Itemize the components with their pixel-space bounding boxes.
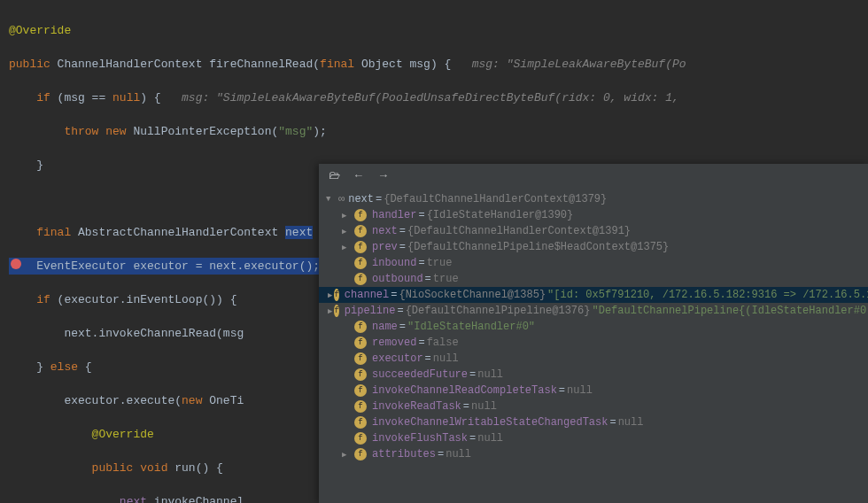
breakpoint-icon[interactable] [11, 259, 21, 269]
field-name: name [372, 321, 398, 333]
field-icon: f [354, 368, 367, 381]
tree-row-handler[interactable]: ▶fhandler = {IdleStateHandler@1390} [319, 207, 868, 223]
variable-tree[interactable]: ▼ ∞ next = {DefaultChannelHandlerContext… [319, 188, 868, 466]
inline-hint: msg: "SimpleLeakAwareByteBuf(PooledUnsaf… [161, 91, 679, 104]
tree-row-succeededFuture[interactable]: fsucceededFuture = null [319, 367, 868, 383]
inline-hint: msg: "SimpleLeakAwareByteBuf(Po [451, 58, 686, 71]
field-name: pipeline [345, 305, 396, 317]
field-name: invokeChannelWritableStateChangedTask [372, 416, 608, 429]
evaluate-popup[interactable]: 🗁 ← → ▼ ∞ next = {DefaultChannelHandlerC… [319, 164, 868, 503]
forward-icon[interactable]: → [376, 169, 391, 182]
expand-arrow-icon[interactable]: ▶ [328, 290, 332, 300]
field-name: invokeChannelReadCompleteTask [372, 384, 557, 397]
field-name: succeededFuture [372, 368, 468, 381]
field-icon: f [334, 289, 338, 301]
tree-root[interactable]: ▼ ∞ next = {DefaultChannelHandlerContext… [319, 191, 868, 207]
back-icon[interactable]: ← [351, 169, 367, 182]
field-icon: f [354, 321, 367, 333]
field-icon: f [354, 432, 367, 445]
field-name: channel [345, 289, 389, 301]
tree-row-attributes[interactable]: ▶fattributes = null [319, 446, 868, 462]
expand-arrow-icon[interactable]: ▶ [342, 243, 353, 252]
tree-row-next[interactable]: ▶fnext = {DefaultChannelHandlerContext@1… [319, 223, 868, 239]
field-name: next [372, 225, 398, 237]
tree-row-removed[interactable]: fremoved = false [319, 335, 868, 351]
field-name: prev [372, 241, 398, 253]
expand-arrow-icon[interactable]: ▶ [328, 306, 332, 316]
field-name: attributes [372, 448, 436, 460]
tree-row-invokeReadTask[interactable]: finvokeReadTask = null [319, 399, 868, 414]
tree-row-invokeFlushTask[interactable]: finvokeFlushTask = null [319, 430, 868, 446]
expand-arrow-icon[interactable]: ▼ [326, 195, 337, 204]
field-icon: f [354, 225, 367, 237]
expand-arrow-icon[interactable]: ▶ [342, 450, 353, 460]
field-name: executor [372, 352, 423, 365]
field-icon: f [354, 241, 367, 253]
folder-icon[interactable]: 🗁 [326, 169, 342, 182]
field-icon: f [354, 337, 367, 349]
field-icon: f [354, 352, 367, 365]
code-annotation: @Override [9, 24, 71, 37]
field-icon: f [334, 305, 338, 317]
field-name: outbound [372, 273, 423, 285]
popup-toolbar: 🗁 ← → [319, 164, 868, 188]
field-icon: f [354, 400, 367, 413]
tree-row-invokeChannelReadCompleteTask[interactable]: finvokeChannelReadCompleteTask = null [319, 383, 868, 399]
field-icon: f [354, 257, 367, 269]
tree-row-invokeChannelWritableStateChangedTask[interactable]: finvokeChannelWritableStateChangedTask =… [319, 414, 868, 430]
field-name: invokeReadTask [372, 400, 461, 413]
tree-row-inbound[interactable]: finbound = true [319, 255, 868, 271]
tree-row-channel[interactable]: ▶fchannel = {NioSocketChannel@1385} "[id… [319, 287, 868, 303]
field-name: invokeFlushTask [372, 432, 468, 445]
tree-row-outbound[interactable]: foutbound = true [319, 271, 868, 287]
field-icon: f [354, 384, 367, 397]
tree-row-pipeline[interactable]: ▶fpipeline = {DefaultChannelPipeline@137… [319, 303, 868, 319]
field-name: removed [372, 337, 416, 349]
expand-arrow-icon[interactable]: ▶ [342, 227, 353, 236]
watch-icon: ∞ [338, 193, 345, 205]
tree-row-name[interactable]: fname = "IdleStateHandler#0" [319, 319, 868, 335]
field-icon: f [354, 448, 367, 460]
field-name: handler [372, 209, 416, 221]
field-icon: f [354, 209, 367, 221]
field-name: inbound [372, 257, 416, 269]
tree-row-executor[interactable]: fexecutor = null [319, 351, 868, 367]
field-icon: f [354, 273, 367, 285]
tree-row-prev[interactable]: ▶fprev = {DefaultChannelPipeline$HeadCon… [319, 239, 868, 255]
field-icon: f [354, 416, 367, 429]
expand-arrow-icon[interactable]: ▶ [342, 211, 353, 221]
